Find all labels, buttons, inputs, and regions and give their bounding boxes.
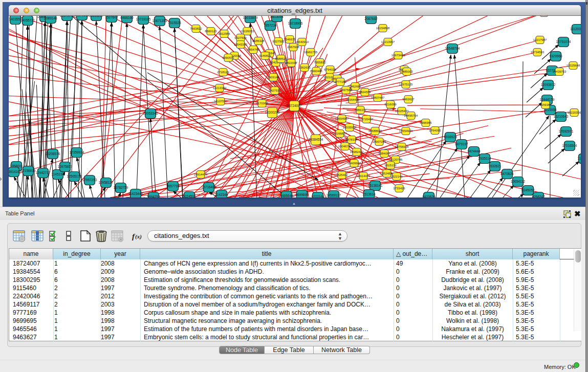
svg-text:16120746: 16120746 xyxy=(389,158,403,161)
svg-text:7485003: 7485003 xyxy=(401,70,413,73)
svg-text:12213957: 12213957 xyxy=(381,40,395,43)
svg-text:9657791: 9657791 xyxy=(166,184,180,188)
svg-text:9090571: 9090571 xyxy=(222,56,234,59)
svg-text:12213382: 12213382 xyxy=(213,86,227,90)
svg-text:(x): (x) xyxy=(135,233,142,240)
svg-text:9474444: 9474444 xyxy=(467,149,481,153)
svg-text:7663822: 7663822 xyxy=(190,27,202,30)
svg-text:2903144: 2903144 xyxy=(267,76,279,79)
svg-text:6996955: 6996955 xyxy=(420,121,432,124)
svg-text:1733426: 1733426 xyxy=(393,187,405,190)
svg-text:12505175: 12505175 xyxy=(67,174,82,178)
svg-text:14439753: 14439753 xyxy=(553,70,567,73)
svg-text:1764095: 1764095 xyxy=(429,129,441,132)
svg-text:2087682: 2087682 xyxy=(364,17,378,20)
svg-text:2367608: 2367608 xyxy=(287,46,299,49)
svg-text:9245052: 9245052 xyxy=(521,188,535,192)
svg-text:16033809: 16033809 xyxy=(243,16,258,19)
svg-text:7462666: 7462666 xyxy=(349,85,361,88)
svg-text:1615132: 1615132 xyxy=(384,164,397,167)
svg-text:1513614: 1513614 xyxy=(362,192,376,196)
svg-text:9327509: 9327509 xyxy=(234,36,247,39)
svg-text:16782759: 16782759 xyxy=(114,186,128,189)
svg-text:12156819: 12156819 xyxy=(21,169,36,172)
svg-text:13914162: 13914162 xyxy=(9,170,21,173)
svg-text:17692971: 17692971 xyxy=(559,129,574,133)
svg-text:14055721: 14055721 xyxy=(20,18,35,22)
svg-text:9463627: 9463627 xyxy=(402,98,415,101)
svg-text:10973403: 10973403 xyxy=(391,54,405,57)
svg-text:18300295: 18300295 xyxy=(265,111,280,114)
svg-text:18724007: 18724007 xyxy=(287,104,302,107)
svg-text:1145194: 1145194 xyxy=(52,172,64,176)
svg-text:19756928: 19756928 xyxy=(395,145,409,148)
svg-text:29495764: 29495764 xyxy=(404,114,418,117)
svg-text:10958127: 10958127 xyxy=(99,181,114,184)
svg-text:16914479: 16914479 xyxy=(194,173,208,176)
svg-text:8990448: 8990448 xyxy=(310,70,322,73)
svg-text:7857234: 7857234 xyxy=(264,24,277,27)
svg-text:16914479: 16914479 xyxy=(357,174,371,178)
svg-text:13325648: 13325648 xyxy=(567,64,580,67)
svg-text:20206576: 20206576 xyxy=(46,152,60,156)
svg-text:6879197: 6879197 xyxy=(455,142,468,146)
svg-text:13220356: 13220356 xyxy=(568,111,581,114)
svg-text:1588520: 1588520 xyxy=(275,57,287,60)
svg-text:12093872: 12093872 xyxy=(541,83,556,86)
svg-text:9777169: 9777169 xyxy=(334,80,346,83)
svg-text:16409948: 16409948 xyxy=(347,162,361,165)
svg-text:12217987: 12217987 xyxy=(533,38,547,41)
svg-text:9258247: 9258247 xyxy=(532,195,545,198)
svg-text:16210643: 16210643 xyxy=(554,115,569,118)
svg-text:9327505: 9327505 xyxy=(272,40,285,43)
svg-text:12942737: 12942737 xyxy=(36,171,51,174)
svg-text:3824554: 3824554 xyxy=(359,91,371,94)
svg-text:10025433: 10025433 xyxy=(395,110,409,113)
svg-text:10653267: 10653267 xyxy=(89,16,104,17)
svg-text:3912954: 3912954 xyxy=(218,32,230,35)
svg-text:6497568: 6497568 xyxy=(340,89,352,92)
svg-text:6216099: 6216099 xyxy=(384,103,397,106)
svg-text:15938: 15938 xyxy=(541,103,550,106)
svg-text:19734593: 19734593 xyxy=(531,51,545,54)
svg-text:3822037: 3822037 xyxy=(285,61,297,64)
svg-text:20364436: 20364436 xyxy=(346,98,360,101)
svg-text:1527602: 1527602 xyxy=(105,16,118,19)
svg-text:9224502: 9224502 xyxy=(183,194,196,198)
svg-text:17016504: 17016504 xyxy=(562,144,577,147)
svg-text:7515525: 7515525 xyxy=(168,21,181,25)
svg-text:6794028: 6794028 xyxy=(324,68,336,71)
svg-text:1167539: 1167539 xyxy=(578,157,581,160)
svg-text:17957253: 17957253 xyxy=(82,178,97,182)
svg-text:11120345: 11120345 xyxy=(570,27,581,31)
svg-text:1362615: 1362615 xyxy=(298,66,311,69)
svg-text:15136141: 15136141 xyxy=(368,184,383,187)
svg-text:7625402: 7625402 xyxy=(336,173,348,177)
svg-text:19654987: 19654987 xyxy=(335,117,349,120)
svg-text:15716485: 15716485 xyxy=(202,185,216,189)
svg-text:9427532: 9427532 xyxy=(269,89,281,92)
svg-text:6466160: 6466160 xyxy=(120,16,134,19)
svg-text:5878334: 5878334 xyxy=(345,138,358,141)
svg-text:10671355: 10671355 xyxy=(153,19,167,23)
svg-text:9329966: 9329966 xyxy=(549,54,562,58)
svg-text:10807487: 10807487 xyxy=(371,96,385,99)
svg-text:8813054: 8813054 xyxy=(270,16,284,18)
svg-text:13535954: 13535954 xyxy=(343,126,357,129)
svg-text:16961755: 16961755 xyxy=(304,51,318,54)
svg-text:10046766: 10046766 xyxy=(338,145,352,148)
svg-text:16548784: 16548784 xyxy=(445,47,460,50)
svg-text:7632621: 7632621 xyxy=(488,164,502,168)
svg-text:9465546: 9465546 xyxy=(280,194,293,198)
svg-text:10654112: 10654112 xyxy=(511,180,526,183)
svg-text:19218906: 19218906 xyxy=(288,21,303,25)
svg-text:11423448: 11423448 xyxy=(128,192,143,195)
svg-text:9146821: 9146821 xyxy=(259,54,271,57)
svg-text:2718129: 2718129 xyxy=(217,71,229,74)
svg-text:10975857: 10975857 xyxy=(58,165,73,168)
svg-text:8470626: 8470626 xyxy=(422,195,435,198)
svg-text:8660123: 8660123 xyxy=(205,30,217,33)
svg-text:16154808: 16154808 xyxy=(376,27,390,30)
svg-text:2522144: 2522144 xyxy=(390,175,403,178)
svg-text:10688609: 10688609 xyxy=(368,129,382,133)
